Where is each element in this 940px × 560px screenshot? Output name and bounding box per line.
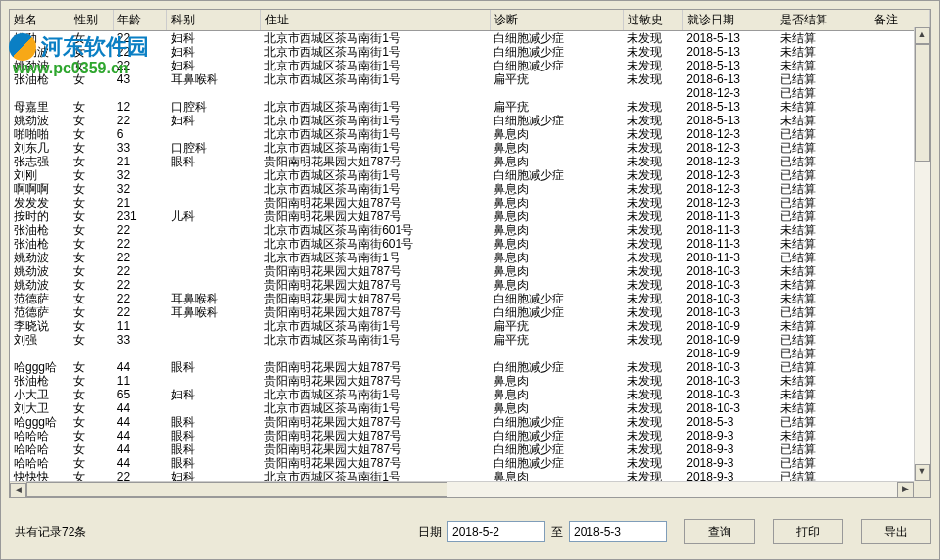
cell-diag: 鼻息肉 — [490, 401, 623, 415]
table-row[interactable]: 姚劲波女22妇科北京市西城区茶马南街1号白细胞减少症未发现2018-5-13未结… — [10, 114, 930, 127]
cell-allergy: 未发现 — [623, 305, 682, 319]
export-button[interactable]: 导出 — [861, 519, 931, 544]
cell-diag: 鼻息肉 — [490, 374, 623, 388]
cell-diag — [490, 347, 623, 360]
cell-name: 姚劲波 — [10, 251, 70, 264]
cell-allergy — [623, 347, 682, 360]
cell-settle: 未结算 — [776, 429, 870, 443]
cell-sex: 女 — [70, 264, 114, 278]
table-row[interactable]: 哈ggg哈女44眼科贵阳南明花果园大姐787号白细胞减少症未发现2018-5-3… — [10, 415, 930, 429]
table-row[interactable]: 姚劲波女22北京市西城区茶马南街1号鼻息肉未发现2018-11-3已结算 — [10, 251, 930, 264]
record-count: 共有记录72条 — [15, 524, 86, 540]
cell-name: 张油枪 — [10, 223, 70, 237]
column-header[interactable]: 过敏史 — [623, 10, 682, 31]
table-row[interactable]: 哈ggg哈女44眼科贵阳南明花果园大姐787号白细胞减少症未发现2018-10-… — [10, 360, 930, 374]
table-row[interactable]: 范德萨女22耳鼻喉科贵阳南明花果园大姐787号白细胞减少症未发现2018-10-… — [10, 292, 930, 305]
cell-sex: 女 — [70, 333, 114, 347]
table-row[interactable]: 李晓说女11北京市西城区茶马南街1号扁平疣未发现2018-10-9未结算 — [10, 319, 930, 333]
table-row[interactable]: 哈哈哈女44眼科贵阳南明花果园大姐787号白细胞减少症未发现2018-9-3未结… — [10, 429, 930, 443]
cell-age: 11 — [114, 319, 167, 333]
table-row[interactable]: 母嘉里女12口腔科北京市西城区茶马南街1号扁平疣未发现2018-5-13未结算 — [10, 100, 930, 114]
cell-allergy: 未发现 — [623, 278, 682, 292]
cell-diag: 鼻息肉 — [490, 264, 623, 278]
column-header[interactable]: 年龄 — [114, 10, 167, 31]
table-row[interactable]: 刘东几女33口腔科北京市西城区茶马南街1号鼻息肉未发现2018-12-3已结算 — [10, 141, 930, 155]
cell-date: 2018-9-3 — [682, 429, 776, 443]
cell-name: 哈哈哈 — [10, 429, 70, 443]
table-row[interactable]: 张油枪女22北京市西城区茶马南街601号鼻息肉未发现2018-11-3未结算 — [10, 237, 930, 251]
hscroll-thumb[interactable] — [26, 482, 447, 497]
cell-diag: 白细胞减少症 — [490, 168, 623, 182]
vscroll-thumb[interactable] — [915, 44, 930, 162]
table-row[interactable]: 姚劲波女22贵阳南明花果园大姐787号鼻息肉未发现2018-10-3未结算 — [10, 264, 930, 278]
cell-allergy: 未发现 — [623, 401, 682, 415]
print-button[interactable]: 打印 — [773, 519, 843, 544]
cell-diag: 鼻息肉 — [490, 278, 623, 292]
cell-addr: 贵阳南明花果园大姐787号 — [260, 456, 490, 470]
table-row[interactable]: 刘大卫女44北京市西城区茶马南街1号鼻息肉未发现2018-10-3未结算 — [10, 401, 930, 415]
column-header[interactable]: 是否结算 — [776, 10, 870, 31]
cell-addr: 北京市西城区茶马南街601号 — [260, 223, 490, 237]
table-row[interactable]: 张油枪女43耳鼻喉科北京市西城区茶马南街1号扁平疣未发现2018-6-13已结算 — [10, 72, 930, 86]
table-row[interactable]: 按时的女231儿科贵阳南明花果园大姐787号鼻息肉未发现2018-11-3已结算 — [10, 210, 930, 223]
table-row[interactable]: 张油枪女11贵阳南明花果园大姐787号鼻息肉未发现2018-10-3未结算 — [10, 374, 930, 388]
table-row[interactable]: 范德萨女22耳鼻喉科贵阳南明花果园大姐787号白细胞减少症未发现2018-10-… — [10, 305, 930, 319]
cell-allergy: 未发现 — [623, 114, 682, 127]
table-row[interactable]: 张志强女21眼科贵阳南明花果园大姐787号鼻息肉未发现2018-12-3已结算 — [10, 155, 930, 168]
table-row[interactable]: 张油枪女22北京市西城区茶马南街601号鼻息肉未发现2018-11-3未结算 — [10, 223, 930, 237]
table-row[interactable]: 刘强女33北京市西城区茶马南街1号扁平疣未发现2018-10-9已结算 — [10, 333, 930, 347]
cell-addr: 北京市西城区茶马南街1号 — [260, 100, 490, 114]
table-row[interactable]: 哈哈哈女44眼科贵阳南明花果园大姐787号白细胞减少症未发现2018-9-3已结… — [10, 456, 930, 470]
vertical-scrollbar[interactable]: ▲ ▼ — [914, 27, 930, 481]
cell-addr: 贵阳南明花果园大姐787号 — [260, 415, 490, 429]
cell-age: 44 — [114, 401, 167, 415]
cell-addr: 北京市西城区茶马南街1号 — [260, 182, 490, 196]
column-header[interactable]: 就诊日期 — [682, 10, 776, 31]
date-from-input[interactable] — [447, 521, 545, 542]
cell-settle: 已结算 — [776, 333, 870, 347]
cell-sex: 女 — [70, 429, 114, 443]
table-row[interactable]: 姚劲波女22妇科北京市西城区茶马南街1号白细胞减少症未发现2018-5-13未结… — [10, 59, 930, 72]
table-row[interactable]: 姚劲波女22贵阳南明花果园大姐787号鼻息肉未发现2018-10-3未结算 — [10, 278, 930, 292]
cell-date: 2018-10-3 — [682, 388, 776, 401]
cell-dept — [167, 127, 261, 141]
cell-sex: 女 — [70, 182, 114, 196]
table-row[interactable]: 发发发女21贵阳南明花果园大姐787号鼻息肉未发现2018-12-3已结算 — [10, 196, 930, 210]
table-row[interactable]: 哈哈哈女44眼科贵阳南明花果园大姐787号白细胞减少症未发现2018-9-3已结… — [10, 443, 930, 456]
table-row[interactable]: 姚劲女22妇科北京市西城区茶马南街1号白细胞减少症未发现2018-5-13未结算 — [10, 31, 930, 46]
table-row[interactable]: 2018-12-3已结算 — [10, 86, 930, 100]
column-header[interactable]: 住址 — [260, 10, 490, 31]
cell-allergy: 未发现 — [623, 388, 682, 401]
cell-settle: 未结算 — [776, 59, 870, 72]
cell-settle: 未结算 — [776, 45, 870, 59]
table-row[interactable]: 刘刚女32北京市西城区茶马南街1号白细胞减少症未发现2018-12-3已结算 — [10, 168, 930, 182]
cell-sex: 女 — [70, 319, 114, 333]
cell-name: 刘刚 — [10, 168, 70, 182]
cell-sex: 女 — [70, 168, 114, 182]
cell-addr: 贵阳南明花果园大姐787号 — [260, 374, 490, 388]
date-to-input[interactable] — [569, 521, 667, 542]
cell-sex: 女 — [70, 360, 114, 374]
table-row[interactable]: 姚劲波女22妇科北京市西城区茶马南街1号白细胞减少症未发现2018-5-13未结… — [10, 45, 930, 59]
cell-settle: 已结算 — [776, 155, 870, 168]
scroll-down-icon[interactable]: ▼ — [915, 464, 930, 481]
horizontal-scrollbar[interactable]: ◀ ▶ — [10, 481, 914, 497]
table-row[interactable]: 啊啊啊女32北京市西城区茶马南街1号鼻息肉未发现2018-12-3已结算 — [10, 182, 930, 196]
cell-allergy: 未发现 — [623, 292, 682, 305]
query-button[interactable]: 查询 — [684, 519, 755, 544]
column-header[interactable]: 诊断 — [490, 10, 623, 31]
scroll-right-icon[interactable]: ▶ — [897, 482, 914, 497]
cell-allergy: 未发现 — [623, 429, 682, 443]
cell-name: 啊啊啊 — [10, 182, 70, 196]
cell-date: 2018-12-3 — [682, 182, 776, 196]
column-header[interactable]: 科别 — [167, 10, 261, 31]
table-row[interactable]: 2018-10-9已结算 — [10, 347, 930, 360]
column-header[interactable]: 姓名 — [10, 10, 70, 31]
scroll-up-icon[interactable]: ▲ — [915, 27, 930, 44]
scroll-left-icon[interactable]: ◀ — [10, 483, 26, 497]
cell-dept: 口腔科 — [167, 100, 261, 114]
table-row[interactable]: 啪啪啪女6北京市西城区茶马南街1号鼻息肉未发现2018-12-3已结算 — [10, 127, 930, 141]
table-row[interactable]: 小大卫女65妇科北京市西城区茶马南街1号鼻息肉未发现2018-10-3未结算 — [10, 388, 930, 401]
column-header[interactable]: 性别 — [70, 10, 114, 31]
cell-diag: 白细胞减少症 — [490, 360, 623, 374]
